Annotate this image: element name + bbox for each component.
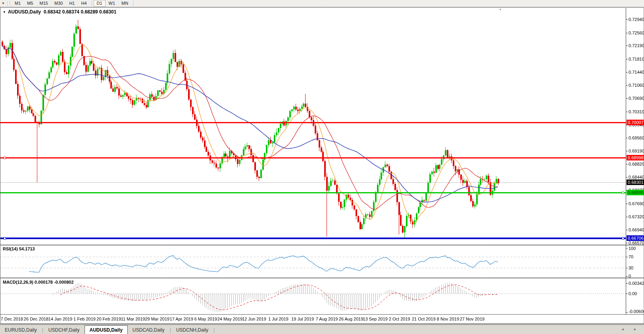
tab-usdchf[interactable]: USDCHF,Daily	[44, 326, 85, 334]
timeframe-button-h4[interactable]: H4	[78, 0, 90, 7]
timeframe-button-w1[interactable]: W1	[106, 0, 119, 7]
tab-scroll-arrows[interactable]: ◄ ►	[621, 327, 641, 331]
timeframe-toolbar: ▼ M1M5M15M30H1H4D1W1MN	[0, 0, 644, 7]
timeframe-button-d1[interactable]: D1	[94, 0, 106, 7]
tab-eurusd[interactable]: EURUSD,Daily	[0, 326, 42, 334]
tab-audusd[interactable]: AUDUSD,Daily	[85, 325, 128, 334]
toolbar-grip-handle[interactable]	[7, 1, 10, 6]
toolbar-separator	[92, 1, 92, 6]
tab-usdcnh[interactable]: USDCNH,Daily	[171, 326, 213, 334]
timeframe-button-h1[interactable]: H1	[66, 0, 78, 7]
timeframe-button-m1[interactable]: M1	[12, 0, 24, 7]
terminal-window: ▼ M1M5M15M30H1H4D1W1MN ▼AUDUSD,Daily 0.6…	[0, 0, 644, 334]
tab-separator: |	[213, 327, 215, 334]
toolbar-dropdown-icon[interactable]: ▼	[0, 2, 6, 5]
timeframe-button-m5[interactable]: M5	[24, 0, 36, 7]
timeframe-buttons: M1M5M15M30H1H4D1W1MN	[12, 0, 135, 7]
timeframe-button-m15[interactable]: M15	[37, 0, 51, 7]
symbol-tab-bar: EURUSD,Daily|USDCHF,DailyAUDUSD,DailyUSD…	[0, 324, 644, 334]
price-chart-canvas[interactable]	[0, 0, 644, 334]
timeframe-button-mn[interactable]: MN	[118, 0, 131, 7]
tab-usdcad[interactable]: USDCAD,Daily	[128, 326, 169, 334]
toolbar-separator	[133, 1, 133, 6]
timeframe-button-m30[interactable]: M30	[51, 0, 66, 7]
